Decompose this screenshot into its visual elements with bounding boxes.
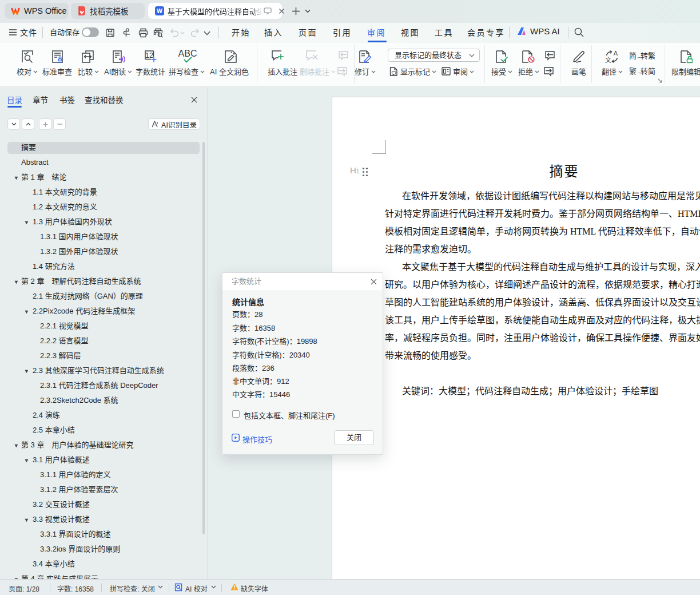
svg-text:ABC: ABC bbox=[178, 49, 197, 58]
svg-text:W: W bbox=[157, 7, 162, 14]
svg-text:文: 文 bbox=[605, 56, 611, 64]
svg-text:A: A bbox=[614, 50, 618, 57]
svg-text:12: 12 bbox=[145, 51, 153, 60]
